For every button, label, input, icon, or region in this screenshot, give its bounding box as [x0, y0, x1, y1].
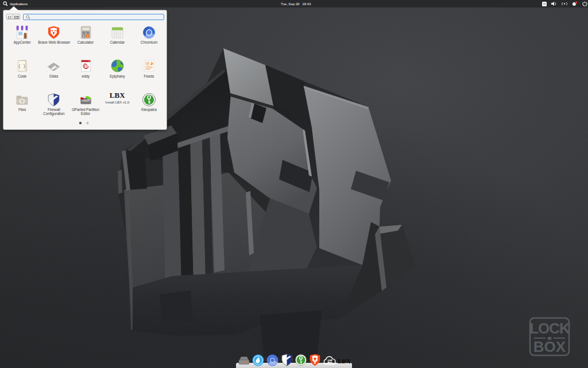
svg-text:{ }: { } — [18, 64, 25, 68]
svg-text:BOX: BOX — [533, 338, 566, 355]
svg-text:LOCK: LOCK — [529, 320, 570, 337]
